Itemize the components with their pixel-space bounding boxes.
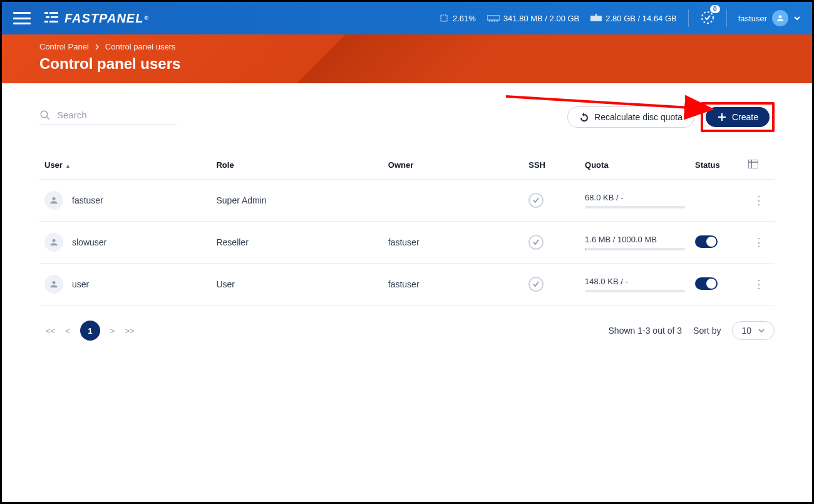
menu-toggle-button[interactable] [13,12,31,24]
status-toggle[interactable] [695,235,718,248]
page-current[interactable]: 1 [80,321,100,341]
owner-cell: fastuser [383,264,523,306]
page-last[interactable]: >> [125,326,134,336]
user-avatar-icon [44,191,63,210]
columns-icon [748,160,758,168]
svg-rect-12 [590,16,602,21]
svg-rect-6 [441,15,447,21]
table-row: slowuser Reseller fastuser 1.6 MB / 1000… [39,222,775,264]
divider [688,9,689,27]
ssh-check-icon [528,235,544,250]
refresh-icon [579,112,589,122]
page-size-select[interactable]: 10 [732,321,775,340]
row-actions-button[interactable]: ⋮ [748,275,770,294]
table-row: user User fastuser 148.0 KB / - ⋮ [39,264,775,306]
svg-rect-4 [44,21,48,23]
user-menu[interactable]: fastuser [738,10,801,26]
quota-bar [585,206,685,208]
create-label: Create [732,112,758,122]
col-status[interactable]: Status [690,151,743,180]
row-actions-button[interactable]: ⋮ [748,233,770,252]
search-input[interactable] [57,110,176,120]
cpu-icon [439,13,449,23]
users-table: User▲ Role Owner SSH Quota Status fastus… [39,151,775,306]
owner-cell: fastuser [383,222,523,264]
user-avatar-icon [44,233,63,252]
quota-text: 148.0 KB / - [585,277,685,286]
col-settings[interactable] [743,151,775,180]
cpu-value: 2.61% [453,14,476,23]
svg-rect-5 [49,21,58,23]
user-name[interactable]: user [72,279,89,289]
cpu-stat: 2.61% [439,13,476,23]
breadcrumb-root[interactable]: Control Panel [39,42,89,51]
ram-value: 341.80 MB / 2.00 GB [503,14,579,23]
chevron-right-icon [95,44,99,50]
svg-point-14 [702,12,713,23]
disk-stat: 2.80 GB / 14.64 GB [590,14,676,23]
role-cell: Super Admin [211,180,383,222]
quota-bar [585,248,685,250]
page-next[interactable]: > [110,326,115,336]
plus-icon [717,112,727,122]
recalculate-button[interactable]: Recalculate disc quota [567,106,694,128]
row-actions-button[interactable]: ⋮ [748,191,770,210]
role-cell: User [211,264,383,306]
chevron-down-icon [793,14,801,22]
quota-bar [585,290,685,292]
logo-mark: ® [144,15,149,21]
shown-text: Shown 1-3 out of 3 [609,326,683,336]
topbar: FASTPANEL® 2.61% 341.80 MB / 2.00 GB 2.8… [2,2,812,34]
recalculate-label: Recalculate disc quota [594,112,683,122]
role-cell: Reseller [211,222,383,264]
user-avatar-icon [44,275,63,294]
ram-icon [487,14,500,22]
svg-rect-13 [595,14,597,16]
page-title: Control panel users [39,55,775,73]
col-owner[interactable]: Owner [383,151,523,180]
svg-rect-7 [487,16,500,20]
svg-rect-19 [748,160,758,168]
svg-rect-0 [44,12,48,14]
ram-stat: 341.80 MB / 2.00 GB [487,14,579,23]
search-field[interactable] [39,110,177,125]
create-button[interactable]: Create [706,107,770,127]
disk-value: 2.80 GB / 14.64 GB [605,14,676,23]
quota-text: 68.0 KB / - [585,193,685,202]
sort-asc-icon: ▲ [65,163,71,169]
chevron-down-icon [758,327,765,334]
page-size-value: 10 [741,326,751,336]
page-first[interactable]: << [46,326,55,336]
col-quota[interactable]: Quota [580,151,690,180]
breadcrumb: Control Panel Control panel users [39,42,775,51]
logo-icon [44,12,61,24]
annotation-highlight: Create [701,102,775,132]
status-toggle[interactable] [695,277,718,290]
page-prev[interactable]: < [65,326,70,336]
page-header: Control Panel Control panel users Contro… [2,34,812,83]
pagination: << < 1 > >> [46,321,135,341]
divider [726,9,727,27]
table-row: fastuser Super Admin 68.0 KB / - ⋮ [39,180,775,222]
user-name[interactable]: fastuser [72,195,103,205]
logo[interactable]: FASTPANEL® [44,11,149,26]
ssh-check-icon [528,193,544,208]
username-label: fastuser [738,14,767,23]
notification-count: 0 [710,5,720,13]
col-role[interactable]: Role [211,151,383,180]
disk-icon [590,14,602,23]
quota-text: 1.6 MB / 1000.0 MB [585,235,685,244]
search-icon [39,110,51,121]
svg-rect-1 [49,12,58,14]
svg-line-18 [46,116,49,120]
col-ssh[interactable]: SSH [523,151,580,180]
owner-cell [383,180,523,222]
notifications-button[interactable]: 0 [700,10,715,27]
user-name[interactable]: slowuser [72,237,106,247]
col-user[interactable]: User▲ [39,151,211,180]
sort-by-label: Sort by [693,326,721,336]
logo-text: FASTPANEL [64,11,143,26]
svg-point-17 [41,111,48,118]
svg-rect-3 [51,16,58,18]
breadcrumb-current[interactable]: Control panel users [105,42,176,51]
